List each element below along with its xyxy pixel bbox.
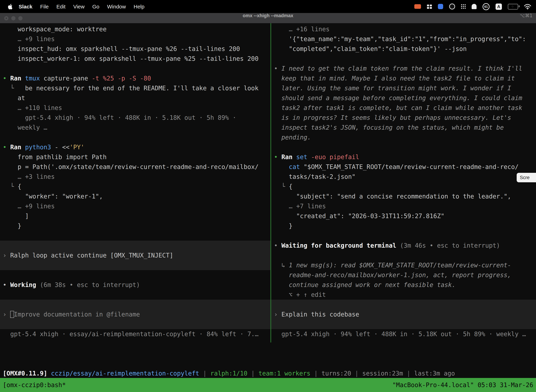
- text-segment: └: [3, 85, 25, 92]
- text-segment: should send a message before completing …: [274, 94, 522, 102]
- left-pane-lines: workspace_mode: worktree … +9 lines insp…: [3, 24, 268, 339]
- text-segment: Waiting for background terminal: [281, 242, 396, 249]
- text-segment: Explain this codebase: [281, 311, 359, 318]
- text-segment: … +9 lines: [3, 36, 55, 42]
- screen: SlackFileEditViewGoWindowHelp 61 A: [0, 0, 536, 392]
- text-segment: ⌥ + ↑ edit: [274, 291, 326, 298]
- menu-item-window[interactable]: Window: [103, 4, 130, 9]
- terminal-line: › Explain this codebase: [271, 309, 536, 319]
- text-segment: └: [274, 183, 289, 190]
- terminal-line: [271, 319, 536, 329]
- terminal-line: [271, 300, 536, 309]
- screenshot-popover[interactable]: Scre: [517, 173, 536, 182]
- tmux-host-time-label: "MacBook-Pro-44.local" 05:03 31-Mar-26: [392, 382, 533, 388]
- right-pane-lines: … +16 lines '{"team_name":"my-team","tas…: [274, 24, 533, 339]
- terminal-line: … +7 lines: [274, 201, 533, 211]
- text-segment: readme-and-reco/mailbox/worker-1.json, a…: [274, 271, 511, 279]
- menu-items: SlackFileEditViewGoWindowHelp: [15, 4, 148, 9]
- text-segment: [OMX#0.11.9]: [3, 370, 47, 377]
- text-segment: Ralph loop active continue [OMX_TMUX_INJ…: [10, 252, 173, 259]
- ghost-icon[interactable]: [472, 4, 477, 9]
- terminal-line: [274, 54, 533, 64]
- terminal-line: [0, 300, 270, 309]
- menu-item-slack[interactable]: Slack: [15, 4, 36, 9]
- text-segment: I need to get the claim token from the c…: [281, 65, 522, 72]
- terminal-line: [0, 241, 270, 250]
- text-segment: inspect_worker-1: omx sparkshell --tmux-…: [3, 55, 258, 62]
- left-terminal-pane[interactable]: workspace_mode: worktree … +9 lines insp…: [0, 23, 270, 346]
- text-segment: cat: [289, 163, 300, 170]
- terminal-line: [OMX#0.11.9] cczip/essay/ai-reimplementa…: [3, 369, 536, 378]
- terminal-line: └ {: [274, 182, 533, 191]
- text-segment: python3: [25, 144, 51, 151]
- text-segment: [10, 311, 14, 318]
- terminal-line: … +3 lines: [3, 172, 268, 182]
- text-segment: from pathlib import Path: [3, 154, 107, 160]
- apple-menu-icon[interactable]: [7, 3, 13, 10]
- text-segment: ›: [3, 252, 10, 259]
- text-segment: last:3m ago: [414, 370, 455, 377]
- terminal-line: task2 after task1 is complete, but can I…: [274, 103, 533, 113]
- text-segment: |: [199, 370, 210, 377]
- text-segment: └: [3, 183, 18, 190]
- terminal-line: › Improve documentation in @filename: [0, 309, 270, 319]
- text-segment: inspect_hud: omx sparkshell --tmux-pane …: [3, 45, 240, 52]
- menu-item-view[interactable]: View: [69, 4, 88, 9]
- text-segment: (3m 46s • esc to interrupt): [396, 242, 500, 249]
- terminal-line: • Ran python3 - <<'PY': [3, 142, 268, 152]
- terminal-line: … +9 lines: [3, 201, 268, 211]
- text-segment: "completed","claim_token":"claim-token"}…: [274, 45, 467, 52]
- terminal-line: workspace_mode: worktree: [3, 24, 268, 34]
- text-segment: •: [274, 154, 281, 160]
- text-segment: •: [3, 281, 10, 288]
- window-title-bar[interactable]: × omx --xhigh --madmax ⌥⌘1: [0, 13, 536, 23]
- terminal-line: inspect_hud: omx sparkshell --tmux-pane …: [3, 44, 268, 54]
- text-segment: {: [18, 183, 21, 190]
- battery-icon[interactable]: [508, 4, 518, 9]
- text-segment: "worker": "worker-1",: [3, 193, 103, 200]
- text-segment: keep that in mind. Maybe I also need the…: [274, 75, 515, 82]
- text-segment: be necessary for the end of the README. …: [25, 85, 258, 92]
- text-segment: "subject": "send a concise recommendatio…: [274, 193, 511, 200]
- terminal-line: "subject": "send a concise recommendatio…: [274, 191, 533, 201]
- menu-item-help[interactable]: Help: [130, 4, 148, 9]
- text-segment: task2 after task1 is complete, but can I…: [274, 104, 522, 111]
- text-segment: •: [3, 144, 10, 151]
- keyboard-input-icon[interactable]: A: [496, 3, 502, 10]
- wifi-icon[interactable]: [524, 4, 531, 9]
- tmux-session-label: [omx-cczip0:bash*: [3, 382, 66, 388]
- terminal-line: keep that in mind. Maybe I also need the…: [274, 73, 533, 83]
- menu-item-edit[interactable]: Edit: [53, 4, 69, 9]
- terminal-line: [3, 132, 268, 142]
- text-segment: … +3 lines: [3, 173, 55, 180]
- terminal-line: ⌥ + ↑ edit: [274, 290, 533, 300]
- text-segment: later. Using the same for transition mig…: [274, 85, 511, 92]
- grid-icon[interactable]: [427, 5, 432, 9]
- terminal-line: • Ran set -euo pipefail: [274, 152, 533, 162]
- menu-item-file[interactable]: File: [36, 4, 53, 9]
- blue-app-icon[interactable]: [438, 4, 443, 9]
- text-segment: -t %25 -p -S -80: [88, 75, 151, 82]
- text-segment: is in progress? It seems likely but perh…: [274, 114, 511, 121]
- terminal-line: gpt-5.4 xhigh · essay/ai-reimplementatio…: [3, 329, 268, 339]
- terminal-line: '{"team_name":"my-team","task_id":"1","f…: [274, 34, 533, 44]
- battery-percentage-icon[interactable]: 61: [483, 3, 490, 10]
- camera-lens-icon[interactable]: [449, 4, 455, 9]
- text-segment: [274, 163, 289, 170]
- terminal-line: gpt-5.4 xhigh · 94% left · 488K in · 5.1…: [3, 113, 268, 123]
- text-segment: pending.: [274, 134, 311, 141]
- right-terminal-pane[interactable]: … +16 lines '{"team_name":"my-team","tas…: [271, 23, 536, 346]
- terminal-line: [274, 142, 533, 152]
- text-segment: capture-pane: [40, 75, 88, 82]
- text-segment: weekly …: [3, 124, 47, 131]
- text-segment: gpt-5.4 xhigh · essay/ai-reimplementatio…: [3, 331, 258, 338]
- text-segment: set: [296, 154, 307, 160]
- terminal-line: [0, 319, 270, 329]
- screen-recording-icon[interactable]: [414, 4, 421, 9]
- dots-grid-icon[interactable]: [461, 4, 466, 9]
- menu-item-go[interactable]: Go: [88, 4, 103, 9]
- text-segment: }: [274, 222, 292, 229]
- text-segment: [47, 370, 51, 377]
- terminal[interactable]: workspace_mode: worktree … +9 lines insp…: [0, 23, 536, 378]
- terminal-line: is in progress? It seems likely but perh…: [274, 113, 533, 123]
